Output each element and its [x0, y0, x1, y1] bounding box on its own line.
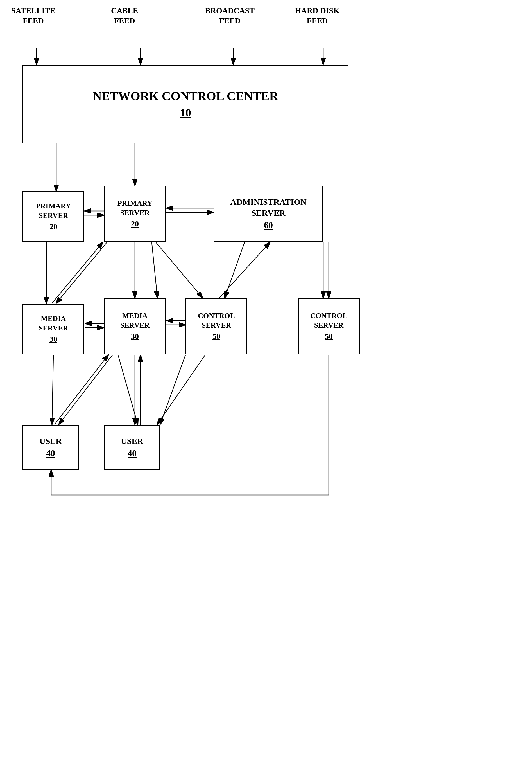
- svg-line-16: [225, 243, 245, 298]
- user-center-label: USER: [121, 435, 143, 446]
- svg-line-13: [56, 243, 107, 303]
- svg-line-22: [59, 355, 112, 424]
- svg-line-27: [219, 243, 270, 298]
- cs-right-ref: 50: [325, 331, 333, 342]
- user-center-box: USER 40: [104, 425, 160, 470]
- svg-line-32: [160, 355, 185, 424]
- admin-ref: 60: [264, 220, 273, 231]
- ms-center-label: MEDIASERVER: [120, 311, 150, 330]
- svg-line-25: [52, 355, 53, 424]
- broadcast-feed-label: BROADCASTFEED: [205, 6, 255, 26]
- diagram: SATELLITEFEED CABLEFEED BROADCASTFEED HA…: [0, 0, 532, 769]
- svg-line-23: [55, 355, 108, 424]
- ps-left-ref: 20: [49, 222, 57, 232]
- ncc-label: NETWORK CONTROL CENTER: [93, 88, 278, 104]
- ms-left-ref: 30: [49, 334, 57, 344]
- primary-server-center-box: PRIMARYSERVER 20: [104, 185, 166, 242]
- ncc-box: NETWORK CONTROL CENTER 10: [22, 65, 348, 143]
- ms-center-ref: 30: [131, 331, 139, 342]
- control-server-right-box: CONTROLSERVER 50: [298, 298, 360, 354]
- svg-line-33: [152, 243, 157, 298]
- harddisk-feed-label: HARD DISKFEED: [295, 6, 339, 26]
- cs-center-ref: 50: [212, 331, 220, 342]
- media-server-left-box: MEDIASERVER 30: [22, 304, 84, 354]
- svg-line-24: [118, 355, 138, 424]
- control-server-center-box: CONTROLSERVER 50: [185, 298, 247, 354]
- ms-left-label: MEDIASERVER: [39, 314, 68, 333]
- cs-right-label: CONTROLSERVER: [310, 311, 347, 330]
- svg-line-26: [157, 355, 205, 424]
- media-server-center-box: MEDIASERVER 30: [104, 298, 166, 354]
- ncc-ref: 10: [180, 105, 191, 120]
- ps-left-label: PRIMARYSERVER: [36, 202, 71, 221]
- primary-server-left-box: PRIMARYSERVER 20: [22, 191, 84, 242]
- admin-label: ADMINISTRATION SERVER: [214, 196, 322, 218]
- user-left-box: USER 40: [22, 425, 79, 470]
- user-center-ref: 40: [128, 447, 137, 459]
- cs-center-label: CONTROLSERVER: [198, 311, 235, 330]
- ps-center-ref: 20: [131, 219, 139, 229]
- user-left-label: USER: [39, 435, 62, 446]
- ps-center-label: PRIMARYSERVER: [117, 199, 153, 218]
- admin-server-box: ADMINISTRATION SERVER 60: [214, 185, 323, 242]
- svg-line-14: [52, 243, 103, 303]
- svg-line-15: [156, 243, 202, 298]
- user-left-ref: 40: [46, 447, 55, 459]
- cable-feed-label: CABLEFEED: [111, 6, 138, 26]
- satellite-feed-label: SATELLITEFEED: [11, 6, 55, 26]
